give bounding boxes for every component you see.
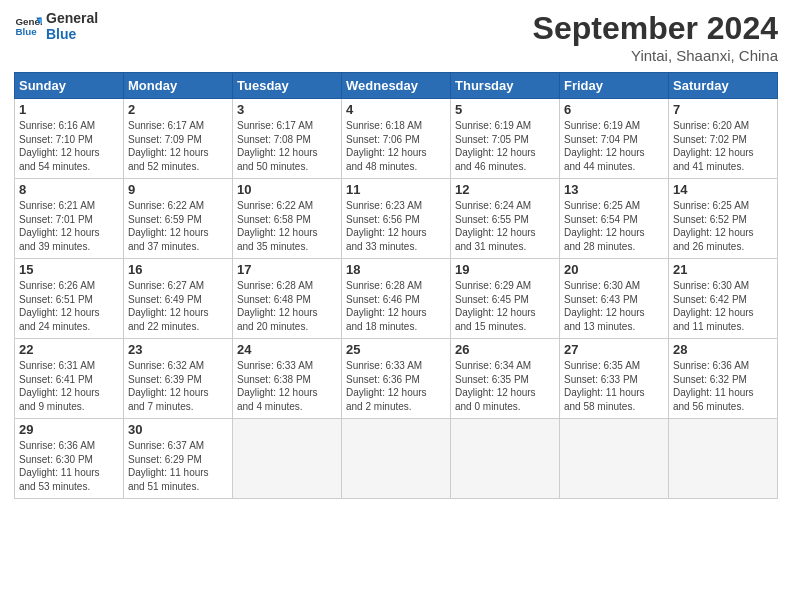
- day-number: 3: [237, 102, 337, 117]
- day-number: 17: [237, 262, 337, 277]
- day-number: 14: [673, 182, 773, 197]
- day-header-tuesday: Tuesday: [233, 73, 342, 99]
- day-number: 12: [455, 182, 555, 197]
- logo-general: General: [46, 10, 98, 26]
- logo-blue: Blue: [46, 26, 98, 42]
- day-number: 22: [19, 342, 119, 357]
- day-header-saturday: Saturday: [669, 73, 778, 99]
- day-number: 23: [128, 342, 228, 357]
- day-cell-25: 25Sunrise: 6:33 AM Sunset: 6:36 PM Dayli…: [342, 339, 451, 419]
- day-cell-19: 19Sunrise: 6:29 AM Sunset: 6:45 PM Dayli…: [451, 259, 560, 339]
- day-cell-10: 10Sunrise: 6:22 AM Sunset: 6:58 PM Dayli…: [233, 179, 342, 259]
- day-info: Sunrise: 6:24 AM Sunset: 6:55 PM Dayligh…: [455, 199, 555, 253]
- day-cell-15: 15Sunrise: 6:26 AM Sunset: 6:51 PM Dayli…: [15, 259, 124, 339]
- day-info: Sunrise: 6:19 AM Sunset: 7:04 PM Dayligh…: [564, 119, 664, 173]
- day-info: Sunrise: 6:23 AM Sunset: 6:56 PM Dayligh…: [346, 199, 446, 253]
- day-cell-9: 9Sunrise: 6:22 AM Sunset: 6:59 PM Daylig…: [124, 179, 233, 259]
- day-number: 6: [564, 102, 664, 117]
- day-cell-21: 21Sunrise: 6:30 AM Sunset: 6:42 PM Dayli…: [669, 259, 778, 339]
- day-info: Sunrise: 6:22 AM Sunset: 6:59 PM Dayligh…: [128, 199, 228, 253]
- day-number: 25: [346, 342, 446, 357]
- day-cell-5: 5Sunrise: 6:19 AM Sunset: 7:05 PM Daylig…: [451, 99, 560, 179]
- day-info: Sunrise: 6:29 AM Sunset: 6:45 PM Dayligh…: [455, 279, 555, 333]
- day-info: Sunrise: 6:28 AM Sunset: 6:46 PM Dayligh…: [346, 279, 446, 333]
- day-number: 21: [673, 262, 773, 277]
- week-row-2: 8Sunrise: 6:21 AM Sunset: 7:01 PM Daylig…: [15, 179, 778, 259]
- header: General Blue General Blue September 2024…: [14, 10, 778, 64]
- day-info: Sunrise: 6:28 AM Sunset: 6:48 PM Dayligh…: [237, 279, 337, 333]
- day-info: Sunrise: 6:17 AM Sunset: 7:09 PM Dayligh…: [128, 119, 228, 173]
- day-info: Sunrise: 6:36 AM Sunset: 6:30 PM Dayligh…: [19, 439, 119, 493]
- day-number: 10: [237, 182, 337, 197]
- day-info: Sunrise: 6:30 AM Sunset: 6:42 PM Dayligh…: [673, 279, 773, 333]
- day-cell-6: 6Sunrise: 6:19 AM Sunset: 7:04 PM Daylig…: [560, 99, 669, 179]
- day-number: 26: [455, 342, 555, 357]
- day-cell-28: 28Sunrise: 6:36 AM Sunset: 6:32 PM Dayli…: [669, 339, 778, 419]
- day-cell-16: 16Sunrise: 6:27 AM Sunset: 6:49 PM Dayli…: [124, 259, 233, 339]
- day-number: 28: [673, 342, 773, 357]
- week-row-1: 1Sunrise: 6:16 AM Sunset: 7:10 PM Daylig…: [15, 99, 778, 179]
- day-cell-12: 12Sunrise: 6:24 AM Sunset: 6:55 PM Dayli…: [451, 179, 560, 259]
- page-container: General Blue General Blue September 2024…: [0, 0, 792, 509]
- day-cell-30: 30Sunrise: 6:37 AM Sunset: 6:29 PM Dayli…: [124, 419, 233, 499]
- day-number: 4: [346, 102, 446, 117]
- calendar-table: SundayMondayTuesdayWednesdayThursdayFrid…: [14, 72, 778, 499]
- day-number: 29: [19, 422, 119, 437]
- week-row-4: 22Sunrise: 6:31 AM Sunset: 6:41 PM Dayli…: [15, 339, 778, 419]
- day-cell-11: 11Sunrise: 6:23 AM Sunset: 6:56 PM Dayli…: [342, 179, 451, 259]
- day-info: Sunrise: 6:20 AM Sunset: 7:02 PM Dayligh…: [673, 119, 773, 173]
- day-cell-20: 20Sunrise: 6:30 AM Sunset: 6:43 PM Dayli…: [560, 259, 669, 339]
- day-number: 11: [346, 182, 446, 197]
- week-row-5: 29Sunrise: 6:36 AM Sunset: 6:30 PM Dayli…: [15, 419, 778, 499]
- day-number: 30: [128, 422, 228, 437]
- day-info: Sunrise: 6:34 AM Sunset: 6:35 PM Dayligh…: [455, 359, 555, 413]
- day-number: 8: [19, 182, 119, 197]
- day-cell-13: 13Sunrise: 6:25 AM Sunset: 6:54 PM Dayli…: [560, 179, 669, 259]
- day-info: Sunrise: 6:35 AM Sunset: 6:33 PM Dayligh…: [564, 359, 664, 413]
- day-info: Sunrise: 6:26 AM Sunset: 6:51 PM Dayligh…: [19, 279, 119, 333]
- day-cell-8: 8Sunrise: 6:21 AM Sunset: 7:01 PM Daylig…: [15, 179, 124, 259]
- day-cell-29: 29Sunrise: 6:36 AM Sunset: 6:30 PM Dayli…: [15, 419, 124, 499]
- empty-cell: [451, 419, 560, 499]
- day-number: 19: [455, 262, 555, 277]
- title-block: September 2024 Yintai, Shaanxi, China: [533, 10, 778, 64]
- empty-cell: [669, 419, 778, 499]
- month-title: September 2024: [533, 10, 778, 47]
- day-info: Sunrise: 6:25 AM Sunset: 6:54 PM Dayligh…: [564, 199, 664, 253]
- day-cell-17: 17Sunrise: 6:28 AM Sunset: 6:48 PM Dayli…: [233, 259, 342, 339]
- day-cell-26: 26Sunrise: 6:34 AM Sunset: 6:35 PM Dayli…: [451, 339, 560, 419]
- day-info: Sunrise: 6:16 AM Sunset: 7:10 PM Dayligh…: [19, 119, 119, 173]
- day-info: Sunrise: 6:18 AM Sunset: 7:06 PM Dayligh…: [346, 119, 446, 173]
- day-info: Sunrise: 6:17 AM Sunset: 7:08 PM Dayligh…: [237, 119, 337, 173]
- day-header-sunday: Sunday: [15, 73, 124, 99]
- day-number: 13: [564, 182, 664, 197]
- day-number: 7: [673, 102, 773, 117]
- day-number: 2: [128, 102, 228, 117]
- day-number: 24: [237, 342, 337, 357]
- day-info: Sunrise: 6:22 AM Sunset: 6:58 PM Dayligh…: [237, 199, 337, 253]
- day-info: Sunrise: 6:25 AM Sunset: 6:52 PM Dayligh…: [673, 199, 773, 253]
- days-header-row: SundayMondayTuesdayWednesdayThursdayFrid…: [15, 73, 778, 99]
- day-info: Sunrise: 6:21 AM Sunset: 7:01 PM Dayligh…: [19, 199, 119, 253]
- logo: General Blue General Blue: [14, 10, 98, 42]
- logo-icon: General Blue: [14, 12, 42, 40]
- day-info: Sunrise: 6:37 AM Sunset: 6:29 PM Dayligh…: [128, 439, 228, 493]
- day-number: 15: [19, 262, 119, 277]
- empty-cell: [342, 419, 451, 499]
- day-number: 16: [128, 262, 228, 277]
- day-info: Sunrise: 6:30 AM Sunset: 6:43 PM Dayligh…: [564, 279, 664, 333]
- day-number: 18: [346, 262, 446, 277]
- day-cell-4: 4Sunrise: 6:18 AM Sunset: 7:06 PM Daylig…: [342, 99, 451, 179]
- week-row-3: 15Sunrise: 6:26 AM Sunset: 6:51 PM Dayli…: [15, 259, 778, 339]
- day-cell-27: 27Sunrise: 6:35 AM Sunset: 6:33 PM Dayli…: [560, 339, 669, 419]
- day-cell-23: 23Sunrise: 6:32 AM Sunset: 6:39 PM Dayli…: [124, 339, 233, 419]
- day-info: Sunrise: 6:27 AM Sunset: 6:49 PM Dayligh…: [128, 279, 228, 333]
- day-cell-2: 2Sunrise: 6:17 AM Sunset: 7:09 PM Daylig…: [124, 99, 233, 179]
- day-info: Sunrise: 6:33 AM Sunset: 6:36 PM Dayligh…: [346, 359, 446, 413]
- location-title: Yintai, Shaanxi, China: [533, 47, 778, 64]
- day-number: 20: [564, 262, 664, 277]
- day-header-wednesday: Wednesday: [342, 73, 451, 99]
- day-info: Sunrise: 6:31 AM Sunset: 6:41 PM Dayligh…: [19, 359, 119, 413]
- day-cell-18: 18Sunrise: 6:28 AM Sunset: 6:46 PM Dayli…: [342, 259, 451, 339]
- day-info: Sunrise: 6:36 AM Sunset: 6:32 PM Dayligh…: [673, 359, 773, 413]
